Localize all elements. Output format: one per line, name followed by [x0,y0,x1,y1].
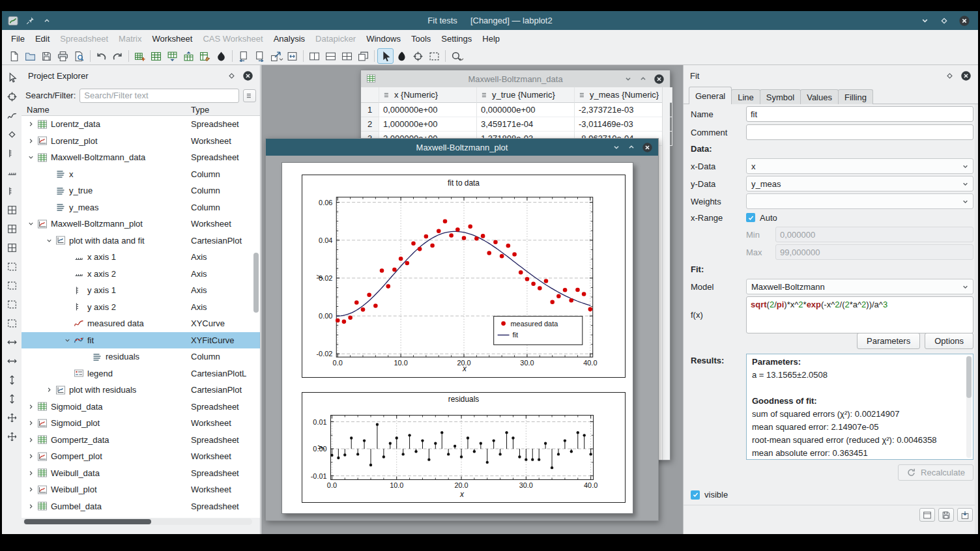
tree-item-y-axis-1[interactable]: y axis 1Axis [22,282,260,299]
tree-item-measured-data[interactable]: measured dataXYCurve [22,315,260,332]
collapse-icon[interactable] [25,219,36,229]
plot-window[interactable]: Maxwell-Boltzmann_plot fit to data0.010.… [265,138,659,521]
add-plot-tool-button[interactable] [5,203,19,217]
print-button[interactable] [55,48,71,64]
menu-edit[interactable]: Edit [30,30,55,48]
tree-item-gumbel-plot[interactable]: Gumbel_plotWorksheet [22,515,260,518]
add-plot-4-tool-button[interactable] [5,240,19,255]
window-titlebar[interactable]: Fit tests [Changed] — labplot2 [2,11,978,30]
tree-item-x-axis-2[interactable]: x axis 2Axis [22,266,260,283]
print-preview-button[interactable] [71,48,87,64]
add-x-axis-tool-button[interactable] [5,165,19,179]
collapse-icon[interactable] [62,335,72,345]
tree-item-residuals[interactable]: residualsColumn [22,348,260,365]
menu-file[interactable]: File [6,30,30,48]
tree-horizontal-scrollbar[interactable] [23,518,252,525]
tree-item-x-axis-1[interactable]: x axis 1Axis [22,249,260,266]
search-input[interactable] [79,89,239,103]
export-worksheet-button[interactable] [268,48,284,64]
tree-item-gumbel-data[interactable]: Gumbel_dataSpreadsheet [22,498,260,515]
tab-values[interactable]: Values [800,89,839,104]
spreadsheet-window-titlebar[interactable]: Maxwell-Boltzmann_data [361,70,670,87]
tab-filling[interactable]: Filling [838,89,873,104]
shift-down-y-tool-button[interactable] [5,391,19,406]
scrollbar-thumb[interactable] [253,253,259,313]
column-header-y-true-numeric[interactable]: y_true {Numeric} [477,87,575,103]
auto-scale-x-tool-button[interactable] [5,429,19,444]
residuals-chart[interactable]: residuals0.010.020.030.040.0-0.010.000.0… [302,392,626,503]
tree-item-maxwell-boltzmann-plot[interactable]: Maxwell-Boltzmann_plotWorksheet [22,216,260,233]
previous-page-button[interactable] [235,48,252,64]
close-icon[interactable] [958,15,970,27]
zoom-button[interactable] [448,48,465,64]
minimize-icon[interactable] [920,16,930,25]
fit-to-page-button[interactable] [284,48,300,64]
comment-input[interactable] [746,124,973,140]
menu-tools[interactable]: Tools [406,30,436,48]
add-curve-tool-button[interactable] [5,108,19,122]
tree-item-y-true[interactable]: y_trueColumn [22,182,260,199]
tree-item-weibull-plot[interactable]: Weibull_plotWorksheet [22,481,260,498]
column-header-x-numeric[interactable]: x {Numeric} [379,87,477,103]
split-horizontal-button[interactable] [306,48,323,64]
export-results-button[interactable] [957,508,973,522]
tab-symbol[interactable]: Symbol [760,89,801,104]
close-dock-icon[interactable] [960,70,972,81]
expand-icon[interactable] [25,501,36,511]
shade-icon[interactable] [42,16,51,25]
crosshair-mode-button[interactable] [410,48,426,64]
visible-checkbox[interactable] [691,490,700,500]
cell[interactable]: 0,000000e+00 [477,103,575,117]
cell[interactable]: 0,000000e+00 [379,103,477,117]
shift-right-x-tool-button[interactable] [5,354,19,368]
tree-item-fit[interactable]: fitXYFitCurve [22,332,260,349]
tree-column-headers[interactable]: Name Type [22,104,260,116]
undo-button[interactable] [93,48,109,64]
expand-icon[interactable] [25,119,36,130]
zoom-x-selection-tool-button[interactable] [5,259,19,274]
fit-plot-chart[interactable]: fit to data0.010.020.030.040.0-0.020.000… [302,175,626,378]
tree-item-legend[interactable]: legendCartesianPlotL [22,365,260,382]
filter-options-button[interactable] [243,89,256,102]
minimize-window-icon[interactable] [624,74,633,83]
expand-icon[interactable] [25,434,36,445]
collapse-icon[interactable] [25,152,36,163]
scrollbar-thumb[interactable] [24,519,151,524]
new-spreadsheet-button[interactable] [132,48,148,64]
fit-dock-titlebar[interactable]: Fit [684,65,978,87]
tile-windows-button[interactable] [339,48,355,64]
crosshair-tool-button[interactable] [5,89,19,104]
zoom-select-mode-button[interactable] [426,48,442,64]
tree-item-y-meas[interactable]: y_measColumn [22,199,260,216]
add-plot-2-tool-button[interactable] [5,221,19,236]
select-mode-button[interactable] [377,48,394,64]
recalculate-button[interactable]: Recalculate [898,464,973,481]
add-axis-tool-button[interactable] [5,184,19,198]
save-project-button[interactable] [38,48,55,64]
maximize-icon[interactable] [940,16,949,25]
edit-data-button[interactable] [197,48,213,64]
cell[interactable]: 3,459171e-04 [477,117,575,132]
menu-analysis[interactable]: Analysis [268,30,310,48]
y-data-select[interactable]: y_meas [746,176,973,191]
name-input[interactable] [746,106,973,122]
expand-icon[interactable] [25,418,36,429]
cell[interactable]: 1,000000e+00 [379,117,477,132]
cascade-windows-button[interactable] [355,48,371,64]
expand-icon[interactable] [25,451,36,462]
expand-icon[interactable] [44,385,54,395]
tab-line[interactable]: Line [731,89,760,104]
plot-window-titlebar[interactable]: Maxwell-Boltzmann_plot [266,139,658,156]
tree-item-maxwell-boltzmann-data[interactable]: Maxwell-Boltzmann_dataSpreadsheet [22,149,260,166]
auto-range-checkbox[interactable] [746,213,755,222]
next-page-button[interactable] [252,48,268,64]
cell[interactable]: -2,373721e-03 [575,103,672,117]
results-scrollbar[interactable] [966,356,972,458]
add-symbol-tool-button[interactable] [5,127,19,141]
new-project-button[interactable] [6,48,22,64]
tree-item-sigmoid-data[interactable]: Sigmoid_dataSpreadsheet [22,399,260,416]
collapse-icon[interactable] [44,235,54,246]
tree-item-plot-with-residuals[interactable]: plot with residualsCartesianPlot [22,382,260,399]
worksheet-view[interactable]: fit to data0.010.020.030.040.0-0.020.000… [266,156,658,520]
save-results-button[interactable] [938,508,954,522]
